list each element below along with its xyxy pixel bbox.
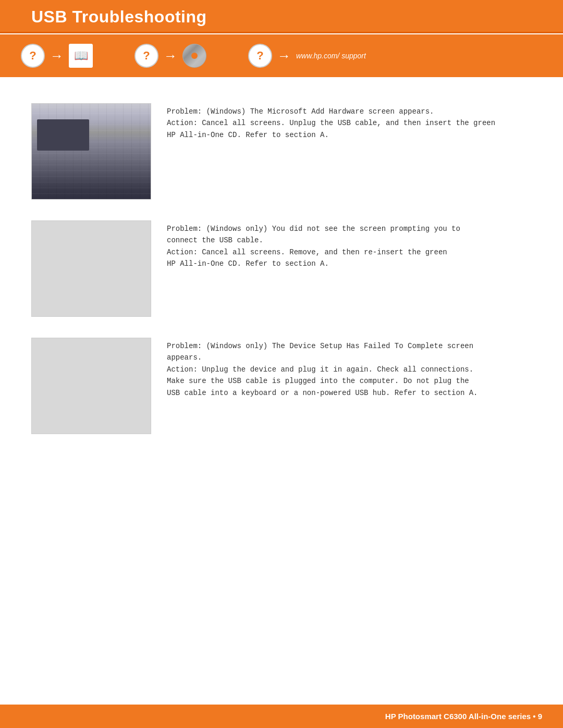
cd-icon bbox=[182, 44, 206, 68]
problem-text-3: Problem: (Windows only) The Device Setup… bbox=[167, 338, 532, 399]
title-bar: USB Troubleshooting bbox=[0, 0, 563, 33]
page-title: USB Troubleshooting bbox=[31, 7, 542, 27]
problem-description-3: Problem: (Windows only) The Device Setup… bbox=[167, 340, 532, 399]
icon-banner: ? → 📖 ? → ? → www.hp.com/ support bbox=[0, 34, 563, 77]
icon-group-1: ? → 📖 bbox=[21, 44, 93, 68]
cd-icon-inner bbox=[191, 53, 198, 59]
arrow-icon-1: → bbox=[50, 48, 64, 64]
footer: HP Photosmart C6300 All-in-One series • … bbox=[0, 705, 563, 728]
main-content: Problem: (Windows) The Microsoft Add Har… bbox=[0, 77, 563, 465]
problem-section-2: Problem: (Windows only) You did not see … bbox=[31, 220, 532, 317]
icon-group-3: ? → www.hp.com/ support bbox=[248, 44, 366, 68]
problem-image-3 bbox=[31, 338, 151, 434]
problem-description-1: Problem: (Windows) The Microsoft Add Har… bbox=[167, 106, 532, 141]
problem-description-2: Problem: (Windows only) You did not see … bbox=[167, 223, 532, 270]
problem-image-1 bbox=[31, 103, 151, 200]
book-icon: 📖 bbox=[69, 44, 93, 68]
icon-group-2: ? → bbox=[134, 44, 206, 68]
question-icon-1: ? bbox=[21, 44, 45, 68]
problem-text-2: Problem: (Windows only) You did not see … bbox=[167, 220, 532, 270]
arrow-icon-3: → bbox=[277, 48, 291, 64]
problem-section-3: Problem: (Windows only) The Device Setup… bbox=[31, 338, 532, 434]
question-icon-2: ? bbox=[134, 44, 158, 68]
arrow-icon-2: → bbox=[164, 48, 177, 64]
footer-text: HP Photosmart C6300 All-in-One series • … bbox=[385, 712, 542, 721]
web-url: www.hp.com/ support bbox=[296, 52, 366, 60]
problem-image-2 bbox=[31, 220, 151, 317]
question-icon-3: ? bbox=[248, 44, 272, 68]
problem-section-1: Problem: (Windows) The Microsoft Add Har… bbox=[31, 103, 532, 200]
problem-text-1: Problem: (Windows) The Microsoft Add Har… bbox=[167, 103, 532, 141]
